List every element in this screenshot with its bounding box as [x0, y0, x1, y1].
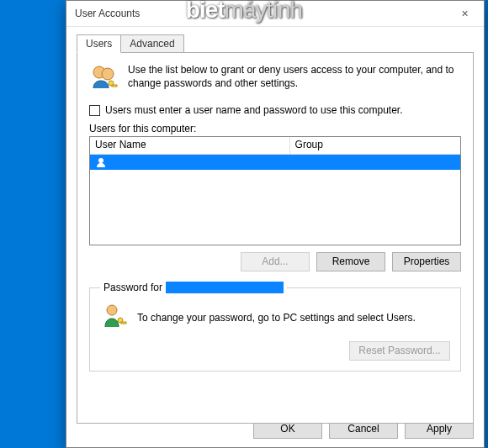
user-accounts-window: User Accounts × Users Advanced — [66, 0, 485, 448]
column-username[interactable]: User Name — [90, 137, 290, 154]
close-button[interactable]: × — [446, 1, 484, 26]
svg-point-5 — [107, 305, 117, 315]
users-list-label: Users for this computer: — [89, 123, 461, 134]
password-group: Password for To change your p — [89, 282, 461, 372]
listview-header[interactable]: User Name Group — [90, 137, 460, 155]
tab-advanced[interactable]: Advanced — [120, 34, 183, 53]
svg-point-1 — [102, 68, 114, 80]
password-group-user — [166, 282, 284, 293]
password-info-row: To change your password, go to PC settin… — [100, 302, 450, 333]
tabstrip: Users Advanced — [77, 34, 474, 53]
user-buttons-row: Add... Remove Properties — [89, 252, 461, 271]
password-info-text: To change your password, go to PC settin… — [137, 312, 416, 324]
reset-password-button[interactable]: Reset Password... — [349, 341, 450, 361]
password-group-prefix: Password for — [103, 282, 162, 293]
tab-users[interactable]: Users — [77, 34, 121, 53]
svg-rect-7 — [121, 322, 126, 324]
users-listview[interactable]: User Name Group — [89, 136, 461, 245]
titlebar[interactable]: User Accounts × — [66, 1, 484, 27]
client-area: Users Advanced Use the list below — [66, 27, 484, 432]
user-key-icon — [100, 302, 129, 333]
close-icon: × — [461, 7, 468, 20]
svg-point-4 — [98, 158, 103, 163]
intro-text: Use the list below to grant or deny user… — [128, 63, 461, 96]
tabpanel-users: Use the list below to grant or deny user… — [77, 52, 474, 424]
remove-button[interactable]: Remove — [316, 252, 385, 271]
user-row-selected[interactable] — [90, 155, 460, 170]
user-row-name — [110, 157, 211, 167]
column-group[interactable]: Group — [290, 137, 460, 154]
intro-row: Use the list below to grant or deny user… — [89, 63, 461, 96]
require-login-row[interactable]: Users must enter a user name and passwor… — [89, 104, 461, 116]
properties-button[interactable]: Properties — [392, 252, 461, 271]
user-row-group — [295, 157, 422, 167]
password-group-legend: Password for — [100, 282, 287, 293]
user-row-icon — [95, 157, 107, 167]
desktop: User Accounts × Users Advanced — [0, 0, 488, 448]
require-login-checkbox[interactable] — [89, 105, 100, 116]
add-button[interactable]: Add... — [241, 252, 310, 271]
window-title: User Accounts — [75, 8, 140, 19]
svg-rect-3 — [112, 85, 117, 87]
users-keys-icon — [89, 63, 119, 96]
require-login-label: Users must enter a user name and passwor… — [105, 104, 403, 116]
